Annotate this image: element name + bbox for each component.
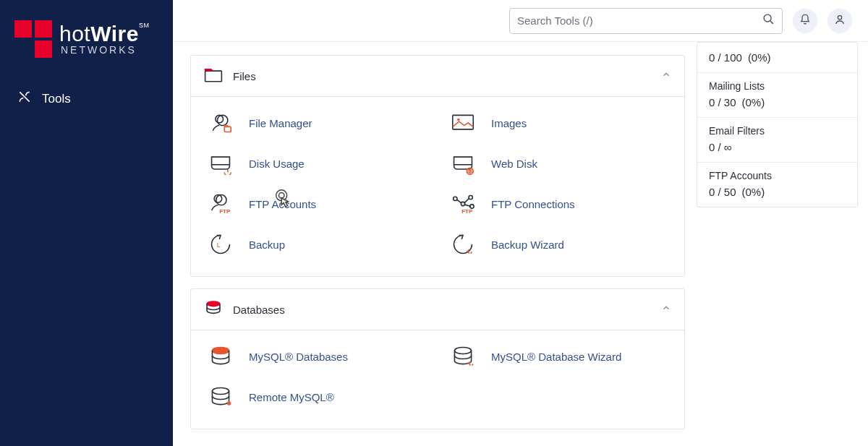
ftp-connections-icon: FTP: [448, 192, 478, 215]
stat-value: 0 / 50: [709, 186, 736, 198]
folder-icon: [204, 66, 223, 86]
stat-pct: (0%): [748, 51, 771, 64]
tool-ftp-connections[interactable]: FTP FTP Connections: [438, 184, 680, 224]
stat-mailing-lists: Mailing Lists 0 / 30(0%): [697, 73, 857, 118]
svg-rect-6: [453, 115, 473, 129]
search-input[interactable]: [517, 14, 762, 27]
svg-point-21: [212, 348, 229, 354]
search-icon: [762, 13, 775, 28]
stat-value: 0 / ∞: [709, 141, 732, 153]
tool-label: FTP Connections: [491, 198, 575, 210]
pointer-click-icon: [273, 188, 294, 213]
stat-pct: (0%): [742, 186, 765, 198]
tool-file-manager[interactable]: File Manager: [195, 103, 438, 143]
tool-label: File Manager: [249, 117, 312, 129]
chevron-up-icon: [661, 69, 671, 82]
tool-label: Remote MySQL®: [249, 391, 334, 403]
logo-mark-icon: [14, 20, 52, 58]
stat-ftp-accounts: FTP Accounts 0 / 50(0%): [697, 163, 857, 207]
svg-text:FTP: FTP: [461, 208, 473, 215]
stat-value: 0 / 100: [709, 51, 742, 64]
mysql-databases-icon: [205, 345, 236, 368]
chevron-up-icon: [661, 303, 671, 316]
images-icon: [448, 111, 478, 134]
svg-text:L: L: [217, 241, 221, 249]
tool-label: Backup: [249, 239, 285, 251]
web-disk-icon: [448, 152, 478, 175]
tool-disk-usage[interactable]: Disk Usage: [195, 143, 438, 184]
stat-label: FTP Accounts: [709, 170, 846, 181]
disk-usage-icon: [205, 152, 236, 175]
mysql-wizard-icon: [448, 345, 478, 368]
tool-label: Disk Usage: [249, 158, 305, 170]
stats-panel: 0 / 100(0%) Mailing Lists 0 / 30(0%) Ema…: [697, 42, 858, 207]
tool-label: Backup Wizard: [491, 239, 564, 251]
tool-label: MySQL® Databases: [249, 351, 348, 363]
panel-databases: Databases MySQL® Databases: [190, 288, 685, 429]
tool-backup[interactable]: L Backup: [195, 224, 438, 265]
brand-logo: hotWireSM NETWORKS: [0, 20, 173, 80]
remote-mysql-icon: [205, 385, 236, 408]
panel-databases-title: Databases: [233, 304, 285, 316]
svg-point-12: [278, 193, 284, 198]
svg-rect-5: [224, 126, 231, 132]
panel-files: Files File Manager: [190, 55, 685, 277]
brand-text: hotWireSM NETWORKS: [59, 22, 149, 56]
search-input-wrap[interactable]: [509, 8, 783, 34]
stat-value: 0 / 30: [709, 96, 736, 108]
user-icon: [834, 14, 846, 28]
account-button[interactable]: [827, 9, 852, 33]
notifications-button[interactable]: [793, 9, 817, 33]
backup-wizard-icon: [448, 233, 478, 256]
tool-mysql-databases[interactable]: MySQL® Databases: [195, 336, 438, 377]
tool-label: Web Disk: [491, 158, 537, 170]
stat-label: Mailing Lists: [709, 80, 846, 92]
panel-databases-header[interactable]: Databases: [191, 289, 684, 330]
panel-files-title: Files: [233, 70, 256, 82]
sidebar-item-tools[interactable]: Tools: [0, 80, 173, 118]
panel-files-header[interactable]: Files: [191, 56, 684, 97]
tool-label: Images: [491, 117, 527, 129]
stat-row: 0 / 100(0%): [697, 43, 857, 73]
tool-ftp-accounts[interactable]: FTP FTP Accounts: [195, 184, 438, 224]
tool-remote-mysql[interactable]: Remote MySQL®: [195, 377, 438, 417]
tools-icon: [17, 90, 42, 108]
sidebar-item-label: Tools: [42, 92, 71, 106]
topbar: [173, 0, 868, 42]
svg-rect-2: [205, 71, 222, 82]
ftp-accounts-icon: FTP: [205, 192, 236, 215]
file-manager-icon: [205, 111, 236, 134]
svg-text:FTP: FTP: [219, 208, 231, 215]
bell-icon: [799, 14, 811, 28]
svg-point-0: [764, 14, 771, 22]
stat-email-filters: Email Filters 0 / ∞: [697, 118, 857, 163]
tool-images[interactable]: Images: [438, 103, 680, 143]
database-panel-icon: [204, 299, 223, 320]
backup-icon: L: [205, 233, 236, 256]
tool-mysql-wizard[interactable]: MySQL® Database Wizard: [438, 336, 680, 377]
stat-pct: (0%): [742, 96, 765, 108]
tool-label: MySQL® Database Wizard: [491, 351, 621, 363]
svg-point-7: [457, 119, 460, 121]
svg-point-23: [212, 388, 229, 395]
svg-point-20: [207, 301, 220, 306]
svg-point-1: [838, 15, 841, 19]
svg-point-22: [454, 348, 471, 354]
sidebar: hotWireSM NETWORKS Tools: [0, 0, 173, 446]
stat-label: Email Filters: [709, 125, 846, 137]
tool-web-disk[interactable]: Web Disk: [438, 143, 680, 184]
tool-backup-wizard[interactable]: Backup Wizard: [438, 224, 680, 265]
